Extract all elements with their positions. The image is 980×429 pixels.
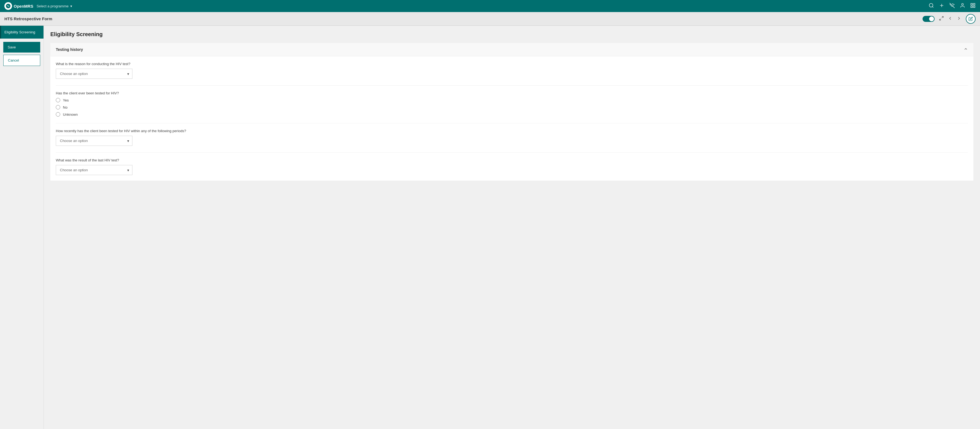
search-icon[interactable] <box>929 3 934 10</box>
radio-label-yes: Yes <box>63 98 69 102</box>
radio-item-unknown[interactable]: Unknown <box>56 112 968 116</box>
svg-rect-3 <box>971 3 973 5</box>
divider-1 <box>56 85 968 86</box>
section-title-testing-history: Testing history <box>56 47 83 52</box>
sub-header-icons <box>939 16 961 22</box>
svg-point-2 <box>962 3 964 5</box>
section-content-testing-history: What is the reason for conducting the HI… <box>50 56 974 181</box>
logo-text: OpenMRS <box>14 4 33 8</box>
select-hiv-test-reason[interactable]: Choose an option <box>56 69 132 79</box>
field-last-hiv-result: What was the result of the last HIV test… <box>56 158 968 175</box>
label-hiv-test-period: How recently has the client been tested … <box>56 129 968 133</box>
select-wrapper-last-hiv-result: Choose an option ▾ <box>56 165 132 175</box>
radio-label-no: No <box>63 105 68 110</box>
sidebar-item-eligibility-screening[interactable]: Eligibility Screening <box>0 26 43 38</box>
radio-group-hiv-tested: Yes No Unknown <box>56 98 968 116</box>
form-title: HTS Retrospective Form <box>5 16 52 21</box>
svg-rect-5 <box>971 6 973 7</box>
top-nav: OpenMRS Select a programme ▾ <box>0 0 980 12</box>
page-title: Eligibility Screening <box>50 31 974 38</box>
field-hiv-test-period: How recently has the client been tested … <box>56 129 968 146</box>
offline-icon[interactable] <box>949 3 955 10</box>
sub-header-controls <box>923 14 975 24</box>
sidebar-actions: Save Cancel <box>0 38 43 69</box>
next-arrow-icon[interactable] <box>956 16 961 22</box>
radio-yes[interactable] <box>56 98 60 102</box>
select-programme-label: Select a programme <box>37 4 69 8</box>
select-wrapper-hiv-test-period: Choose an option ▾ <box>56 136 132 146</box>
sidebar: Eligibility Screening Save Cancel <box>0 26 44 429</box>
back-arrow-icon[interactable] <box>948 16 953 22</box>
radio-unknown[interactable] <box>56 112 60 116</box>
nav-left: OpenMRS Select a programme ▾ <box>5 2 72 10</box>
collapse-icon[interactable] <box>939 16 944 22</box>
label-last-hiv-result: What was the result of the last HIV test… <box>56 158 968 162</box>
edit-button[interactable] <box>966 14 975 24</box>
label-client-tested-hiv: Has the client ever been tested for HIV? <box>56 91 968 95</box>
radio-item-no[interactable]: No <box>56 105 968 110</box>
logo-icon <box>5 2 12 10</box>
field-hiv-test-reason: What is the reason for conducting the HI… <box>56 62 968 79</box>
add-icon[interactable] <box>939 3 945 10</box>
select-programme-btn[interactable]: Select a programme ▾ <box>37 4 72 8</box>
svg-line-7 <box>942 16 943 18</box>
grid-icon[interactable] <box>970 3 975 10</box>
form-toggle[interactable] <box>923 16 935 22</box>
svg-line-8 <box>940 19 941 20</box>
section-collapse-icon <box>964 47 968 52</box>
toggle-container <box>923 16 935 22</box>
save-button[interactable]: Save <box>3 42 40 52</box>
user-icon[interactable] <box>960 3 965 10</box>
select-wrapper-hiv-test-reason: Choose an option ▾ <box>56 69 132 79</box>
label-hiv-test-reason: What is the reason for conducting the HI… <box>56 62 968 66</box>
testing-history-section: Testing history What is the reason for c… <box>50 43 974 181</box>
svg-rect-6 <box>974 6 975 7</box>
section-header-testing-history[interactable]: Testing history <box>50 43 974 56</box>
select-last-hiv-result[interactable]: Choose an option <box>56 165 132 175</box>
radio-label-unknown: Unknown <box>63 113 78 116</box>
sidebar-item-label: Eligibility Screening <box>5 30 35 34</box>
nav-right <box>929 3 975 10</box>
chevron-down-icon: ▾ <box>70 4 72 8</box>
svg-point-1 <box>929 3 933 7</box>
content-area: Eligibility Screening Testing history Wh… <box>44 26 980 429</box>
cancel-button[interactable]: Cancel <box>3 55 40 66</box>
select-hiv-test-period[interactable]: Choose an option <box>56 136 132 146</box>
radio-no[interactable] <box>56 105 60 110</box>
radio-item-yes[interactable]: Yes <box>56 98 968 102</box>
main-layout: Eligibility Screening Save Cancel Eligib… <box>0 26 980 429</box>
field-client-tested-hiv: Has the client ever been tested for HIV?… <box>56 91 968 116</box>
svg-rect-4 <box>974 3 975 5</box>
sub-header: HTS Retrospective Form <box>0 12 980 26</box>
openmrs-logo: OpenMRS <box>5 2 33 10</box>
